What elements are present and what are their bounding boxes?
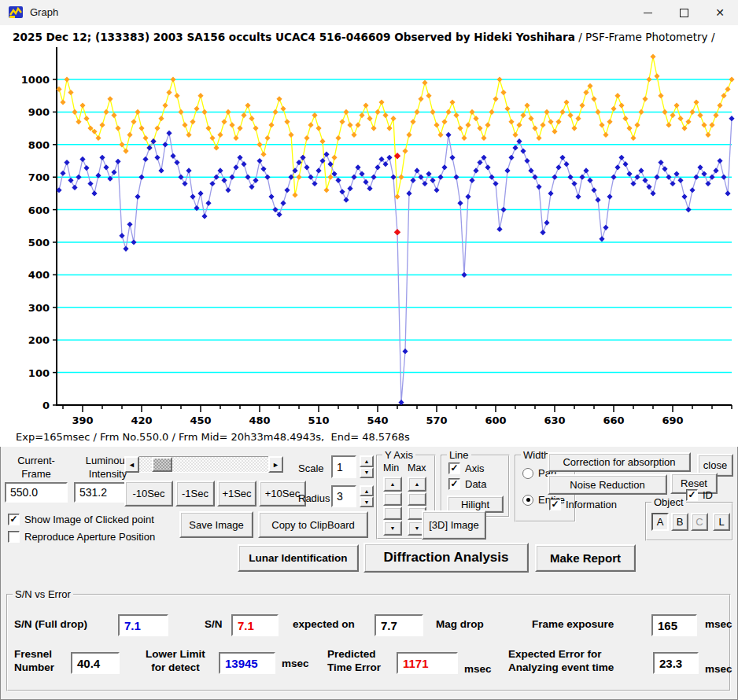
maximize-icon	[680, 9, 688, 17]
object-c-button[interactable]: C	[691, 513, 708, 531]
msec-label-3: msec	[464, 663, 492, 675]
svg-text:200: 200	[28, 334, 50, 346]
save-image-button[interactable]: Save Image	[179, 511, 253, 538]
sn-vs-error-group: S/N vs Error S/N (Full drop) 7.1 S/N 7.1…	[6, 594, 731, 691]
svg-text:600: 600	[28, 204, 50, 216]
frame-exposure-field[interactable]: 165	[651, 614, 697, 636]
scale-up-icon[interactable]: ▲	[360, 455, 374, 467]
y-max-up-button[interactable]: ▲	[408, 477, 426, 492]
frame-exposure-label: Frame exposure	[532, 618, 614, 630]
scrollbar-thumb[interactable]	[152, 457, 172, 472]
msec-label-1: msec	[705, 618, 732, 630]
mag-drop-label: Mag drop	[436, 618, 484, 630]
plus-1sec-button[interactable]: +1Sec	[217, 481, 256, 507]
expected-error-field[interactable]: 23.3	[653, 652, 699, 674]
radius-spinner[interactable]: ▲ ▼	[360, 485, 374, 507]
chart-title: 2025 Dec 12; (133383) 2003 SA156 occults…	[13, 31, 732, 43]
radius-up-icon[interactable]: ▲	[360, 485, 374, 496]
information-checkbox[interactable]: ✓Information	[549, 499, 617, 510]
line-group-title: Line	[447, 449, 471, 461]
svg-text:660: 660	[603, 414, 624, 426]
scrollbar-track[interactable]	[139, 456, 268, 473]
object-b-button[interactable]: B	[671, 513, 688, 531]
sn-field[interactable]: 7.1	[231, 614, 279, 636]
scale-spinner[interactable]: ▲ ▼	[360, 455, 374, 478]
svg-text:300: 300	[28, 302, 50, 314]
current-frame-field[interactable]: 550.0	[5, 482, 68, 503]
scroll-right-arrow-icon[interactable]: ►	[268, 456, 283, 473]
scale-field[interactable]: 1	[331, 455, 356, 478]
minus-10sec-button[interactable]: -10Sec	[124, 481, 173, 507]
line-data-checkbox[interactable]: ✓Data	[448, 478, 486, 490]
minus-1sec-button[interactable]: -1Sec	[175, 481, 215, 507]
svg-text:500: 500	[28, 237, 50, 249]
sn-full-drop-field[interactable]: 7.1	[118, 614, 168, 636]
radius-field[interactable]: 3	[331, 485, 356, 507]
graph-window: Graph ✕ 01002003004005006007008009001000…	[0, 0, 738, 700]
object-group: Object A B C L	[645, 502, 733, 541]
lower-limit-label: Lower Limitfor detect	[135, 647, 216, 674]
3d-image-button[interactable]: [3D] Image	[422, 510, 486, 540]
close-window-button[interactable]: ✕	[702, 0, 738, 25]
correction-absorption-button[interactable]: Correction for absorption	[548, 452, 691, 472]
radio-icon	[522, 468, 533, 479]
chart-title-suffix: / PSF-Frame Photometry /	[575, 31, 715, 43]
minimize-button[interactable]	[629, 0, 666, 25]
y-max-blank-button-1[interactable]	[408, 492, 426, 506]
msec-label-4: msec	[705, 663, 732, 675]
object-group-title: Object	[651, 496, 686, 508]
y-min-up-button[interactable]: ▲	[383, 477, 402, 492]
frame-status-line: Exp=165msec / Frm No.550.0 / Frm Mid= 20…	[16, 431, 410, 443]
svg-text:390: 390	[72, 414, 93, 426]
expected-on-label: expected on	[293, 618, 355, 630]
predicted-time-error-label: PredictedTime Error	[327, 647, 381, 674]
svg-text:630: 630	[544, 414, 565, 426]
predicted-time-error-field[interactable]: 1171	[397, 652, 458, 674]
lower-limit-field[interactable]: 13945	[219, 652, 275, 674]
y-min-down-button[interactable]: ▼	[383, 521, 402, 536]
y-min-blank-button-1[interactable]	[383, 492, 402, 506]
expected-on-field[interactable]: 7.7	[375, 614, 423, 636]
id-checkbox[interactable]: ✓ID	[686, 489, 713, 501]
show-image-checkbox[interactable]: ✓Show Image of Clicked point	[8, 514, 154, 525]
y-axis-min-label: Min	[383, 462, 399, 473]
current-frame-label: Current-Frame	[0, 454, 72, 481]
svg-text:420: 420	[131, 414, 152, 426]
maximize-button[interactable]	[666, 0, 702, 25]
line-axis-checkbox[interactable]: ✓Axis	[448, 462, 485, 474]
msec-label-2: msec	[282, 658, 309, 669]
svg-text:900: 900	[28, 106, 50, 118]
object-l-button[interactable]: L	[713, 513, 730, 531]
svg-text:540: 540	[367, 414, 388, 426]
noise-reduction-button[interactable]: Noise Reduction	[548, 474, 667, 495]
radius-label: Radius	[298, 492, 330, 504]
title-bar: Graph ✕	[0, 0, 738, 25]
diffraction-analysis-button[interactable]: Diffraction Analysis	[363, 543, 529, 573]
make-report-button[interactable]: Make Report	[535, 544, 636, 572]
object-a-button[interactable]: A	[651, 513, 669, 531]
lunar-identification-button[interactable]: Lunar Identification	[238, 544, 359, 572]
scale-down-icon[interactable]: ▼	[360, 467, 374, 479]
radio-icon	[522, 495, 533, 506]
sn-group-title: S/N vs Error	[13, 588, 73, 600]
checkmark-icon: ✓	[448, 462, 460, 474]
svg-text:600: 600	[485, 414, 506, 426]
close-icon: ✕	[715, 7, 725, 18]
frame-scrollbar[interactable]: ◄ ►	[124, 456, 283, 473]
scale-label: Scale	[298, 462, 324, 474]
light-curve-plot[interactable]: 0100200300400500600700800900100039042045…	[0, 25, 738, 447]
y-min-blank-button-2[interactable]	[383, 507, 402, 520]
checkmark-icon: ✓	[8, 531, 20, 543]
checkmark-icon: ✓	[8, 514, 20, 525]
radius-down-icon[interactable]: ▼	[360, 496, 374, 507]
reproduce-aperture-checkbox[interactable]: ✓Reproduce Aperture Position	[8, 531, 155, 543]
chart-section: 0100200300400500600700800900100039042045…	[0, 25, 738, 447]
svg-text:700: 700	[28, 171, 50, 183]
copy-clipboard-button[interactable]: Copy to ClipBoard	[258, 511, 368, 538]
checkmark-icon: ✓	[549, 499, 561, 510]
y-axis-max-label: Max	[408, 462, 426, 473]
fresnel-number-label: FresnelNumber	[14, 647, 54, 674]
fresnel-number-field[interactable]: 40.4	[71, 652, 120, 674]
scroll-left-arrow-icon[interactable]: ◄	[124, 456, 139, 473]
svg-text:800: 800	[28, 139, 50, 151]
